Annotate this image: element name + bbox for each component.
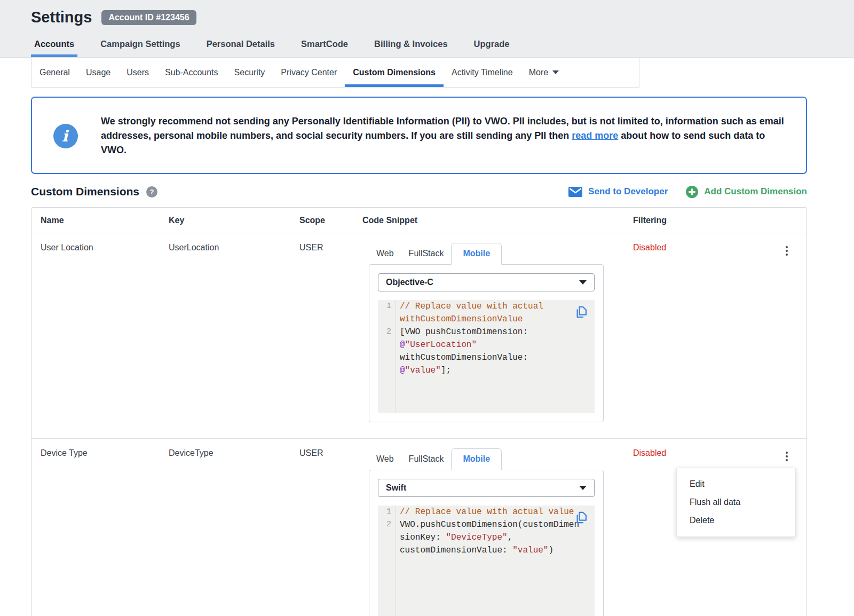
custom-dimensions-table: Name Key Scope Code Snippet Filtering Us… xyxy=(31,207,807,616)
sub-tab-usage[interactable]: Usage xyxy=(78,58,118,87)
section-title: Custom Dimensions xyxy=(31,185,139,198)
snippet-tab-mobile[interactable]: Mobile xyxy=(451,243,502,265)
snippet-tab-web[interactable]: Web xyxy=(369,243,401,264)
snippet-tab-bar: Web FullStack Mobile xyxy=(369,243,604,264)
code-snippet-widget: Web FullStack Mobile Swift 1// Replace v… xyxy=(369,448,604,616)
cell-key: DeviceType xyxy=(169,448,299,616)
snippet-tab-fullstack[interactable]: FullStack xyxy=(401,243,452,264)
cell-scope: USER xyxy=(299,243,362,438)
tab-upgrade[interactable]: Upgrade xyxy=(471,35,513,57)
tab-personal-details[interactable]: Personal Details xyxy=(203,35,278,57)
send-to-developer-button[interactable]: Send to Developer xyxy=(568,186,668,197)
chevron-down-icon xyxy=(579,280,587,285)
snippet-tab-bar: Web FullStack Mobile xyxy=(369,448,604,470)
plus-circle-icon xyxy=(686,186,698,198)
section-heading-row: Custom Dimensions ? Send to Developer Ad… xyxy=(31,185,807,198)
cell-name: User Location xyxy=(41,243,169,438)
snippet-tab-mobile[interactable]: Mobile xyxy=(451,448,502,470)
tab-accounts[interactable]: Accounts xyxy=(31,35,77,57)
code-block: 1// Replace value with actualwithCustomD… xyxy=(378,300,595,413)
sub-tab-custom-dimensions[interactable]: Custom Dimensions xyxy=(345,58,444,87)
pii-banner-text: We strongly recommend not sending any Pe… xyxy=(101,114,784,157)
language-dropdown-value: Swift xyxy=(386,483,406,493)
help-icon[interactable]: ? xyxy=(146,186,157,198)
sub-tab-bar: General Usage Users Sub-Accounts Securit… xyxy=(31,58,639,88)
sub-tab-users[interactable]: Users xyxy=(118,58,157,87)
chevron-down-icon xyxy=(552,70,559,74)
info-icon: i xyxy=(53,124,78,148)
kebab-menu-icon[interactable] xyxy=(783,449,790,463)
snippet-panel: Swift 1// Replace value with actual valu… xyxy=(369,470,604,616)
col-header-key: Key xyxy=(169,216,299,225)
kebab-menu-icon[interactable] xyxy=(783,244,790,258)
sub-tab-general[interactable]: General xyxy=(31,58,78,87)
sub-tab-more-label: More xyxy=(529,68,548,77)
sub-tab-privacy-center[interactable]: Privacy Center xyxy=(273,58,345,87)
language-dropdown-value: Objective-C xyxy=(386,278,433,287)
page-header: Settings Account ID #123456 Accounts Cam… xyxy=(0,0,854,58)
add-custom-dimension-label: Add Custom Dimension xyxy=(704,186,807,197)
col-header-filtering: Filtering xyxy=(633,216,806,225)
menu-item-delete[interactable]: Delete xyxy=(677,511,795,530)
read-more-link[interactable]: read more xyxy=(572,130,618,141)
status-badge: Disabled xyxy=(633,448,666,458)
account-id-badge: Account ID #123456 xyxy=(101,10,196,25)
row-context-menu: Edit Flush all data Delete xyxy=(676,468,796,537)
sub-tab-sub-accounts[interactable]: Sub-Accounts xyxy=(157,58,226,87)
snippet-tab-fullstack[interactable]: FullStack xyxy=(401,449,452,470)
send-to-developer-label: Send to Developer xyxy=(588,186,668,197)
envelope-icon xyxy=(568,187,582,197)
tab-smartcode[interactable]: SmartCode xyxy=(298,35,351,57)
chevron-down-icon xyxy=(579,486,587,490)
copy-icon[interactable] xyxy=(574,510,589,527)
tab-campaign-settings[interactable]: Campaign Settings xyxy=(97,35,183,57)
cell-key: UserLocation xyxy=(169,243,299,438)
table-row: User Location UserLocation USER Web Full… xyxy=(31,233,806,438)
sub-tab-security[interactable]: Security xyxy=(226,58,273,87)
snippet-tab-web[interactable]: Web xyxy=(369,449,401,470)
code-block: 1// Replace value with actual value2VWO.… xyxy=(378,506,595,616)
snippet-panel: Objective-C 1// Replace value with actua… xyxy=(369,264,604,422)
menu-item-flush-all-data[interactable]: Flush all data xyxy=(677,493,795,511)
col-header-scope: Scope xyxy=(299,216,362,225)
menu-item-edit[interactable]: Edit xyxy=(677,475,795,493)
status-badge: Disabled xyxy=(633,243,666,252)
col-header-code-snippet: Code Snippet xyxy=(362,216,633,225)
table-header-row: Name Key Scope Code Snippet Filtering xyxy=(31,208,806,233)
cell-name: Device Type xyxy=(41,448,169,616)
sub-tab-more[interactable]: More xyxy=(521,58,567,87)
col-header-name: Name xyxy=(41,216,169,225)
settings-page: Settings Account ID #123456 Accounts Cam… xyxy=(0,0,854,616)
cell-scope: USER xyxy=(299,448,362,616)
page-title: Settings xyxy=(31,9,92,26)
sub-tab-activity-timeline[interactable]: Activity Timeline xyxy=(444,58,521,87)
language-dropdown[interactable]: Swift xyxy=(378,479,595,497)
pii-info-banner: i We strongly recommend not sending any … xyxy=(31,97,807,174)
add-custom-dimension-button[interactable]: Add Custom Dimension xyxy=(686,186,807,198)
cell-filtering: Disabled xyxy=(633,243,806,438)
copy-icon[interactable] xyxy=(574,305,589,321)
language-dropdown[interactable]: Objective-C xyxy=(378,273,595,291)
top-tab-bar: Accounts Campaign Settings Personal Deta… xyxy=(0,35,854,57)
code-snippet-widget: Web FullStack Mobile Objective-C 1// Rep… xyxy=(369,243,604,438)
tab-billing-invoices[interactable]: Billing & Invoices xyxy=(371,35,451,57)
